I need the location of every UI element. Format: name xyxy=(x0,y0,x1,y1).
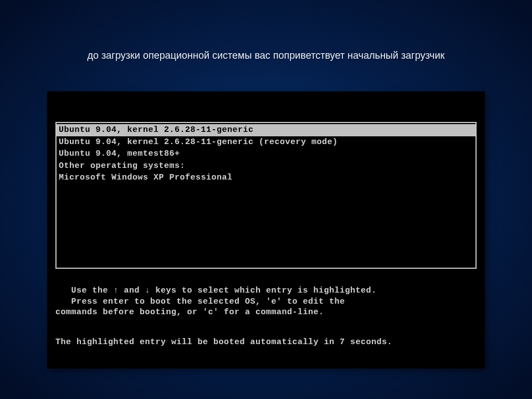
boot-countdown: The highlighted entry will be booted aut… xyxy=(55,337,479,347)
instructions-line-3: commands before booting, or 'c' for a co… xyxy=(55,308,324,317)
instructions-line-2: Press enter to boot the selected OS, 'e'… xyxy=(55,297,345,306)
boot-menu-box: Ubuntu 9.04, kernel 2.6.28-11-generic Ub… xyxy=(55,122,477,269)
boot-entry-other-header: Other operating systems: xyxy=(57,160,475,172)
boot-entry-memtest[interactable]: Ubuntu 9.04, memtest86+ xyxy=(57,148,475,160)
boot-entry-ubuntu-generic[interactable]: Ubuntu 9.04, kernel 2.6.28-11-generic xyxy=(57,124,475,136)
slide-title: до загрузки операционной системы вас поп… xyxy=(0,0,532,62)
boot-entry-ubuntu-recovery[interactable]: Ubuntu 9.04, kernel 2.6.28-11-generic (r… xyxy=(57,136,475,149)
instructions-line-1: Use the ↑ and ↓ keys to select which ent… xyxy=(55,286,377,295)
boot-instructions: Use the ↑ and ↓ keys to select which ent… xyxy=(55,285,479,318)
grub-bootloader-screen: Ubuntu 9.04, kernel 2.6.28-11-generic Ub… xyxy=(47,91,485,369)
boot-entry-windows-xp[interactable]: Microsoft Windows XP Professional xyxy=(57,172,475,184)
